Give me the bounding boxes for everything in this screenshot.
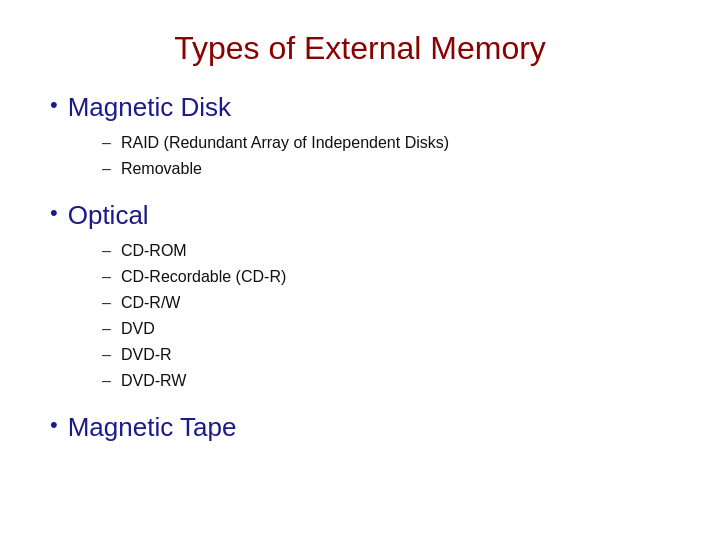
sub-item-cdr: – CD-Recordable (CD-R) [102, 265, 670, 289]
slide: Types of External Memory • Magnetic Disk… [0, 0, 720, 540]
sub-text-raid: RAID (Redundant Array of Independent Dis… [121, 131, 449, 155]
sub-text-cdrom: CD-ROM [121, 239, 187, 263]
sub-text-cdr: CD-Recordable (CD-R) [121, 265, 286, 289]
bullet-magnetic-tape: • Magnetic Tape [50, 411, 670, 445]
dash-2: – [102, 157, 111, 181]
sub-item-raid: – RAID (Redundant Array of Independent D… [102, 131, 670, 155]
sub-item-cdrw: – CD-R/W [102, 291, 670, 315]
dash-4: – [102, 265, 111, 289]
sub-text-dvd: DVD [121, 317, 155, 341]
dash-1: – [102, 131, 111, 155]
dash-7: – [102, 343, 111, 367]
dash-6: – [102, 317, 111, 341]
sub-item-cdrom: – CD-ROM [102, 239, 670, 263]
optical-sub-items: – CD-ROM – CD-Recordable (CD-R) – CD-R/W… [102, 239, 670, 393]
sub-text-cdrw: CD-R/W [121, 291, 181, 315]
dash-5: – [102, 291, 111, 315]
sub-text-dvdrw: DVD-RW [121, 369, 186, 393]
magnetic-disk-label: Magnetic Disk [68, 91, 231, 125]
bullet-optical: • Optical [50, 199, 670, 233]
sub-item-dvd: – DVD [102, 317, 670, 341]
magnetic-tape-label: Magnetic Tape [68, 411, 237, 445]
section-magnetic-disk: • Magnetic Disk – RAID (Redundant Array … [50, 91, 670, 181]
dash-3: – [102, 239, 111, 263]
dash-8: – [102, 369, 111, 393]
sub-item-dvdr: – DVD-R [102, 343, 670, 367]
bullet-dot-1: • [50, 91, 58, 120]
slide-title: Types of External Memory [50, 30, 670, 67]
bullet-dot-3: • [50, 411, 58, 440]
sub-text-dvdr: DVD-R [121, 343, 172, 367]
sub-text-removable: Removable [121, 157, 202, 181]
sub-item-removable: – Removable [102, 157, 670, 181]
bullet-magnetic-disk: • Magnetic Disk [50, 91, 670, 125]
sub-item-dvdrw: – DVD-RW [102, 369, 670, 393]
section-magnetic-tape: • Magnetic Tape [50, 411, 670, 451]
bullet-dot-2: • [50, 199, 58, 228]
magnetic-disk-sub-items: – RAID (Redundant Array of Independent D… [102, 131, 670, 181]
section-optical: • Optical – CD-ROM – CD-Recordable (CD-R… [50, 199, 670, 393]
optical-label: Optical [68, 199, 149, 233]
